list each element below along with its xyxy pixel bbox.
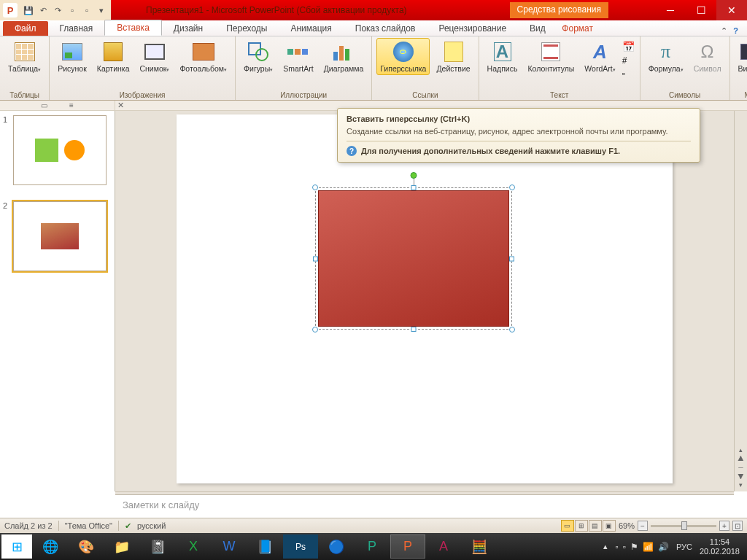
- tray-up-icon[interactable]: ▴: [603, 542, 608, 551]
- taskbar: ⊞ 🌐 🎨 📁 📓 X W 📘 Ps 🔵 P P A 🧮 ▴ ▫ ▫ ⚑ 📶 🔊…: [0, 533, 747, 560]
- group-tables-label: Таблицы: [4, 91, 44, 100]
- sorter-view-button[interactable]: ⊞: [575, 520, 588, 532]
- slide-canvas-area[interactable]: [115, 111, 734, 491]
- shapes-button[interactable]: Фигуры: [240, 38, 276, 76]
- tray-icon[interactable]: ▫: [623, 542, 626, 552]
- slide-canvas[interactable]: [177, 114, 673, 483]
- wordart-button[interactable]: AWordArt: [581, 38, 619, 76]
- tray-network-icon[interactable]: 📶: [643, 542, 654, 552]
- taskbar-publisher-icon[interactable]: P: [355, 534, 390, 559]
- taskbar-powerpoint-icon[interactable]: P: [390, 534, 425, 559]
- reading-view-button[interactable]: ▤: [589, 520, 602, 532]
- qat-dropdown-icon[interactable]: ▾: [95, 4, 108, 17]
- slides-tab-icon[interactable]: ▭: [41, 101, 47, 109]
- chart-button[interactable]: Диаграмма: [320, 38, 368, 75]
- date-time-icon[interactable]: 📅: [622, 41, 635, 52]
- taskbar-paint-icon[interactable]: 🎨: [69, 534, 104, 559]
- selected-shape[interactable]: [315, 187, 512, 330]
- qat-icon[interactable]: ▫: [80, 4, 93, 17]
- taskbar-word-icon[interactable]: W: [212, 534, 247, 559]
- tab-design[interactable]: Дизайн: [162, 21, 214, 36]
- taskbar-chrome-icon[interactable]: 🔵: [319, 534, 354, 559]
- prev-slide-double-icon[interactable]: ⯅: [738, 455, 744, 462]
- clipart-button[interactable]: Картинка: [93, 38, 133, 75]
- redo-icon[interactable]: ↷: [51, 4, 64, 17]
- help-icon[interactable]: ?: [733, 26, 738, 36]
- tray-clock[interactable]: 11:5420.02.2018: [700, 537, 740, 555]
- tab-animations[interactable]: Анимация: [279, 21, 343, 36]
- close-button[interactable]: ✕: [716, 0, 747, 20]
- spellcheck-icon[interactable]: ✔: [125, 521, 131, 531]
- resize-handle[interactable]: [411, 185, 417, 190]
- resize-handle[interactable]: [509, 184, 515, 190]
- maximize-button[interactable]: ☐: [686, 0, 716, 20]
- tab-home[interactable]: Главная: [48, 21, 105, 36]
- tab-review[interactable]: Рецензирование: [427, 21, 518, 36]
- tray-volume-icon[interactable]: 🔊: [658, 542, 669, 552]
- resize-handle[interactable]: [313, 256, 318, 261]
- resize-handle[interactable]: [312, 184, 318, 190]
- status-bar: Слайд 2 из 2 "Тема Office" ✔ русский ▭ ⊞…: [0, 518, 747, 533]
- next-slide-icon[interactable]: ▾: [739, 481, 743, 489]
- notes-pane[interactable]: Заметки к слайду: [115, 494, 734, 518]
- prev-slide-icon[interactable]: ▴: [739, 446, 743, 454]
- tab-transitions[interactable]: Переходы: [214, 21, 279, 36]
- save-icon[interactable]: 💾: [22, 4, 35, 17]
- hyperlink-button[interactable]: ⬭Гиперссылка: [376, 38, 430, 75]
- close-pane-icon[interactable]: ✕: [115, 101, 125, 110]
- resize-handle[interactable]: [312, 327, 318, 332]
- photoalbum-button[interactable]: Фотоальбом: [176, 38, 231, 76]
- thumbnail-2[interactable]: 2: [3, 201, 112, 271]
- taskbar-excel-icon[interactable]: X: [176, 534, 211, 559]
- table-button[interactable]: Таблица: [4, 38, 44, 76]
- minimize-button[interactable]: ─: [655, 0, 686, 20]
- taskbar-ie-icon[interactable]: 🌐: [33, 534, 68, 559]
- thumbnail-1[interactable]: 1: [3, 115, 112, 185]
- taskbar-explorer-icon[interactable]: 📁: [104, 534, 139, 559]
- minimize-ribbon-icon[interactable]: ⌃: [721, 26, 727, 36]
- tab-format[interactable]: Формат: [550, 21, 605, 36]
- resize-handle[interactable]: [509, 327, 515, 332]
- language-label[interactable]: русский: [137, 521, 166, 530]
- taskbar-app-icon[interactable]: 📓: [140, 534, 175, 559]
- video-button[interactable]: Видео: [735, 38, 747, 76]
- action-button[interactable]: Действие: [433, 38, 473, 75]
- next-slide-double-icon[interactable]: ⯆: [738, 472, 744, 480]
- textbox-button[interactable]: AНадпись: [484, 38, 522, 75]
- tray-lang[interactable]: РУС: [676, 542, 692, 551]
- start-button[interactable]: ⊞: [1, 534, 32, 559]
- taskbar-app-icon[interactable]: 📘: [247, 534, 282, 559]
- taskbar-access-icon[interactable]: A: [426, 534, 461, 559]
- outline-tab-icon[interactable]: ≡: [69, 101, 74, 109]
- fit-window-button[interactable]: ⊡: [732, 521, 743, 531]
- qat-icon[interactable]: ▫: [66, 4, 79, 17]
- slide-number-icon[interactable]: #: [622, 55, 635, 66]
- rotate-handle[interactable]: [411, 172, 417, 179]
- undo-icon[interactable]: ↶: [36, 4, 50, 17]
- tray-icon[interactable]: ▫: [615, 542, 618, 552]
- tab-file[interactable]: Файл: [3, 21, 48, 36]
- taskbar-photoshop-icon[interactable]: Ps: [283, 534, 318, 559]
- picture-button[interactable]: Рисунок: [54, 38, 90, 75]
- taskbar-calc-icon[interactable]: 🧮: [462, 534, 497, 559]
- headerfooter-button[interactable]: Колонтитулы: [524, 38, 578, 75]
- vertical-scrollbar[interactable]: ▴ ⯅ ─ ⯆ ▾: [734, 111, 747, 491]
- equation-button[interactable]: πФормула: [645, 38, 687, 76]
- zoom-slider[interactable]: [651, 525, 716, 527]
- smartart-button[interactable]: SmartArt: [279, 38, 317, 75]
- tab-insert[interactable]: Вставка: [104, 20, 162, 36]
- normal-view-button[interactable]: ▭: [561, 520, 574, 532]
- slideshow-view-button[interactable]: ▣: [603, 520, 616, 532]
- contextual-tools-label: Средства рисования: [510, 2, 608, 18]
- rectangle-shape[interactable]: [318, 190, 509, 327]
- tray-flag-icon[interactable]: ⚑: [630, 542, 638, 552]
- tab-slideshow[interactable]: Показ слайдов: [344, 21, 427, 36]
- screenshot-button[interactable]: Снимок: [136, 38, 173, 76]
- resize-handle[interactable]: [509, 256, 514, 261]
- object-icon[interactable]: ▫: [622, 69, 635, 79]
- app-icon[interactable]: P: [3, 3, 18, 18]
- resize-handle[interactable]: [411, 327, 417, 332]
- zoom-out-button[interactable]: −: [638, 521, 648, 531]
- zoom-percent[interactable]: 69%: [619, 521, 635, 530]
- zoom-in-button[interactable]: +: [719, 521, 729, 531]
